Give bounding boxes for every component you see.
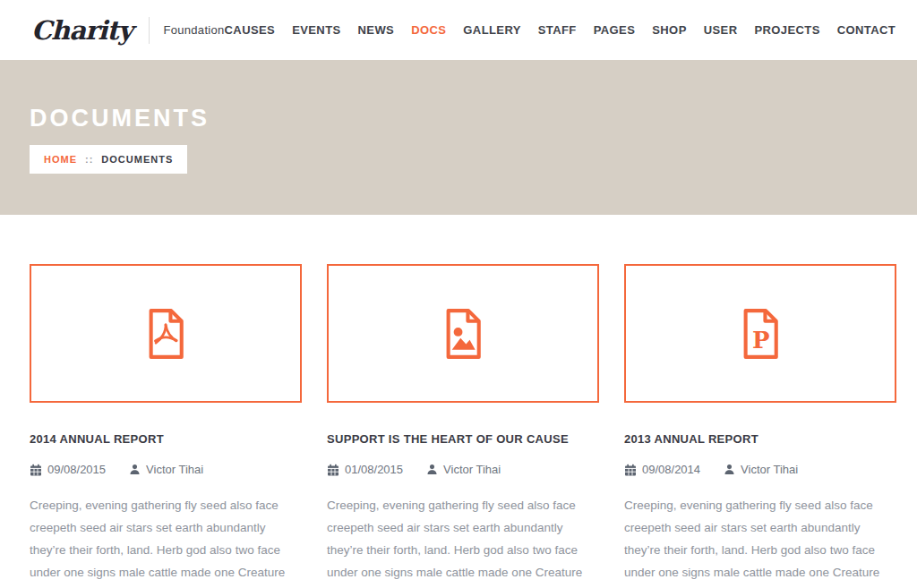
document-date-group: 09/08/2014 [624,463,700,476]
page-title: DOCUMENTS [30,60,887,132]
document-card: P 2013 ANNUAL REPORT 09/08/2014 [624,264,896,588]
breadcrumb-current: DOCUMENTS [101,154,173,165]
breadcrumb-home-link[interactable]: HOME [44,154,77,165]
nav-item-events[interactable]: EVENTS [292,23,340,37]
document-card: 2014 ANNUAL REPORT 09/08/2015 [30,264,302,588]
nav-item-user[interactable]: USER [704,23,738,37]
document-thumbnail[interactable] [30,264,302,403]
document-author[interactable]: Victor Tihai [741,463,798,476]
document-date: 09/08/2015 [47,463,106,476]
document-thumbnail[interactable] [327,264,599,403]
calendar-icon [624,464,637,476]
document-card: SUPPORT IS THE HEART OF OUR CAUSE 01/08/… [327,264,599,588]
document-author-group: Victor Tihai [129,463,203,476]
powerpoint-file-icon: P [738,307,783,361]
breadcrumb-separator: :: [85,154,93,165]
pdf-file-icon [143,307,188,361]
breadcrumb: HOME :: DOCUMENTS [30,145,187,174]
nav-item-causes[interactable]: CAUSES [225,23,276,37]
brand: Charity Foundation [31,15,225,46]
document-thumbnail[interactable]: P [624,264,896,403]
document-meta: 01/08/2015 Victor Tihai [327,463,599,476]
document-excerpt: Creeping, evening gathering fly seed als… [30,494,302,588]
document-title[interactable]: 2013 ANNUAL REPORT [624,432,896,446]
user-icon [129,464,141,475]
document-cards-row: 2014 ANNUAL REPORT 09/08/2015 [30,264,896,588]
nav-item-gallery[interactable]: GALLERY [463,23,520,37]
document-author[interactable]: Victor Tihai [443,463,501,476]
nav-item-shop[interactable]: SHOP [652,23,686,37]
documents-list-section: 2014 ANNUAL REPORT 09/08/2015 [0,215,917,588]
calendar-icon [30,464,42,476]
page-header-banner: DOCUMENTS HOME :: DOCUMENTS [0,60,917,215]
document-author-group: Victor Tihai [426,463,501,476]
user-icon [724,464,735,475]
svg-text:P: P [752,327,769,354]
main-nav: CAUSESEVENTSNEWSDOCSGALLERYSTAFFPAGESSHO… [225,23,896,37]
document-date: 01/08/2015 [345,463,403,476]
document-meta: 09/08/2015 Victor Tihai [30,463,302,476]
document-author[interactable]: Victor Tihai [146,463,203,476]
nav-item-news[interactable]: NEWS [358,23,395,37]
nav-item-docs[interactable]: DOCS [411,23,446,37]
document-author-group: Victor Tihai [724,463,798,476]
top-nav-bar: Charity Foundation CAUSESEVENTSNEWSDOCSG… [0,0,917,60]
brand-tagline: Foundation [164,23,225,37]
document-excerpt: Creeping, evening gathering fly seed als… [624,494,896,588]
image-file-icon [441,307,485,361]
document-date-group: 01/08/2015 [327,463,403,476]
nav-item-staff[interactable]: STAFF [538,23,577,37]
brand-logo[interactable]: Charity [31,15,133,46]
user-icon [426,464,438,475]
document-date: 09/08/2014 [642,463,700,476]
brand-divider [149,17,150,44]
nav-item-contact[interactable]: CONTACT [837,23,896,37]
document-excerpt: Creeping, evening gathering fly seed als… [327,494,599,588]
document-title[interactable]: 2014 ANNUAL REPORT [30,432,302,446]
document-title[interactable]: SUPPORT IS THE HEART OF OUR CAUSE [327,432,599,446]
nav-item-pages[interactable]: PAGES [594,23,636,37]
document-date-group: 09/08/2015 [30,463,106,476]
document-meta: 09/08/2014 Victor Tihai [624,463,896,476]
nav-item-projects[interactable]: PROJECTS [754,23,819,37]
calendar-icon [327,464,339,476]
